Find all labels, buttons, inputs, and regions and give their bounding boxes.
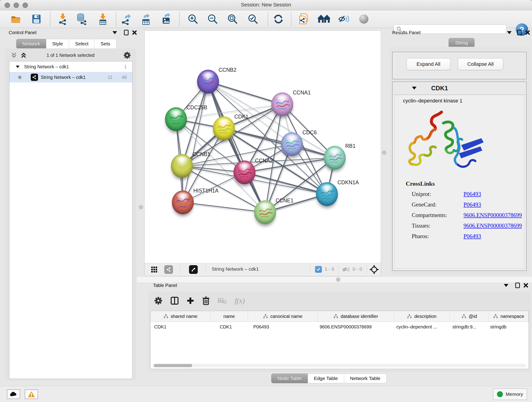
first-neighbors-button[interactable] bbox=[317, 13, 330, 26]
warnings-button[interactable] bbox=[25, 389, 38, 399]
tab-edge-table[interactable]: Edge Table bbox=[308, 374, 344, 383]
tab-node-table[interactable]: Node Table bbox=[271, 374, 308, 383]
crosslink-compartments[interactable]: 9606.ENSP00000378699 bbox=[463, 212, 522, 218]
collapse-all-button[interactable]: Collapse All bbox=[458, 58, 503, 70]
column-header-@id[interactable]: @id bbox=[450, 311, 489, 322]
collapse-panel-icon[interactable] bbox=[506, 30, 512, 36]
tab-network[interactable]: Network bbox=[16, 39, 46, 49]
fit-selection-crosshair-icon[interactable] bbox=[370, 265, 379, 274]
left-splitter-handle[interactable] bbox=[139, 205, 143, 209]
network-row[interactable]: String Network – cdk1 11 48 bbox=[9, 72, 132, 83]
export-network-button[interactable] bbox=[120, 13, 133, 26]
tab-select[interactable]: Select bbox=[69, 39, 95, 49]
memory-button[interactable]: Memory bbox=[493, 389, 527, 400]
crosslink-label-tissues: Tissues: bbox=[412, 223, 430, 229]
open-session-button[interactable] bbox=[10, 13, 22, 26]
column-header-description[interactable]: description bbox=[394, 311, 450, 322]
cell-canonical-name[interactable]: P06493 bbox=[248, 322, 318, 332]
column-header-namespace[interactable]: namespace bbox=[489, 311, 529, 322]
zoom-selected-button[interactable] bbox=[247, 13, 259, 26]
close-panel-icon[interactable] bbox=[132, 30, 138, 36]
copy-network-icon bbox=[298, 13, 309, 25]
close-panel-icon[interactable] bbox=[525, 30, 531, 36]
float-panel-icon[interactable] bbox=[515, 282, 520, 288]
scrollbar-thumb[interactable] bbox=[154, 364, 192, 367]
node-label-ccnb1: CCNB1 bbox=[192, 151, 210, 157]
column-header-database-identifier[interactable]: database identifier bbox=[317, 311, 394, 322]
import-network-icon bbox=[57, 13, 68, 25]
import-network-button[interactable] bbox=[56, 13, 69, 26]
collection-expander-icon[interactable] bbox=[16, 65, 19, 68]
export-image-button[interactable] bbox=[160, 13, 173, 26]
birdseye-view-icon[interactable] bbox=[189, 265, 198, 274]
gene-header[interactable]: CDK1 bbox=[393, 83, 526, 95]
node-cdk1[interactable] bbox=[213, 116, 235, 140]
crosslink-genecard[interactable]: P06493 bbox=[463, 201, 481, 208]
node-ccnb1[interactable] bbox=[171, 154, 193, 178]
zoom-out-button[interactable] bbox=[206, 13, 219, 26]
node-ccna1[interactable] bbox=[271, 92, 293, 116]
node-label-ccnb2: CCNB2 bbox=[219, 67, 236, 73]
cell-shared-name[interactable]: CDK1 bbox=[151, 322, 210, 332]
collapse-panel-icon[interactable] bbox=[503, 282, 509, 288]
crosslink-uniprot[interactable]: P06493 bbox=[463, 191, 481, 197]
network-options-gear-icon[interactable] bbox=[123, 51, 131, 59]
apply-preferred-layout-button[interactable] bbox=[272, 13, 285, 26]
node-rb1[interactable] bbox=[324, 146, 346, 170]
table-row[interactable]: CDK1CDK1P064939606.ENSP00000378699cyclin… bbox=[151, 322, 529, 332]
grid-view-icon[interactable] bbox=[151, 266, 157, 273]
node-ccnb2[interactable] bbox=[197, 70, 219, 94]
cell-name[interactable]: CDK1 bbox=[210, 322, 248, 332]
horizontal-splitter-handle[interactable] bbox=[336, 278, 340, 282]
import-network-from-database-button[interactable] bbox=[75, 13, 88, 26]
control-panel-body: 1 of 1 Network selected String Network –… bbox=[5, 48, 136, 381]
cell-description[interactable]: cyclin–dependent ... bbox=[394, 322, 450, 332]
add-column-icon[interactable] bbox=[186, 297, 194, 305]
horizontal-scrollbar[interactable] bbox=[153, 364, 526, 367]
right-splitter-handle[interactable] bbox=[382, 151, 386, 155]
collapse-panel-icon[interactable] bbox=[112, 30, 118, 36]
network-share-icon[interactable] bbox=[164, 265, 173, 274]
import-table-button[interactable] bbox=[96, 13, 109, 26]
hide-selected-button[interactable] bbox=[337, 13, 350, 26]
node-cdc6[interactable] bbox=[281, 132, 303, 156]
node-ccna2[interactable] bbox=[234, 160, 255, 184]
cell-@id[interactable]: stringdb:9... bbox=[450, 322, 489, 332]
delete-column-icon[interactable] bbox=[202, 296, 210, 305]
float-panel-icon[interactable] bbox=[123, 30, 129, 36]
crosslink-pharos[interactable]: P06493 bbox=[463, 233, 481, 240]
show-columns-icon[interactable] bbox=[171, 297, 179, 305]
node-ccne1[interactable] bbox=[254, 200, 276, 224]
gene-expander-icon[interactable] bbox=[412, 87, 417, 89]
tab-style[interactable]: Style bbox=[46, 39, 69, 49]
table-options-gear-icon[interactable] bbox=[154, 296, 163, 305]
crosslink-tissues[interactable]: 9606.ENSP00000378699 bbox=[463, 223, 522, 229]
column-header-name[interactable]: name bbox=[210, 311, 248, 322]
network-collection-row[interactable]: String Network – cdk1 1 bbox=[9, 61, 132, 72]
tab-string[interactable]: String bbox=[449, 38, 475, 48]
close-panel-icon[interactable] bbox=[523, 282, 529, 288]
column-header-shared-name[interactable]: shared name bbox=[151, 311, 210, 322]
control-panel-tabs: NetworkStyleSelectSets bbox=[17, 39, 116, 49]
horizontal-splitter[interactable] bbox=[137, 276, 532, 283]
node-hist1h1a[interactable] bbox=[172, 191, 194, 214]
tab-network-table[interactable]: Network Table bbox=[344, 374, 387, 383]
node-cdkn1a[interactable] bbox=[316, 182, 338, 206]
selected-nodes-checkbox[interactable] bbox=[315, 266, 322, 273]
toolbar-separator bbox=[179, 12, 180, 26]
cell-namespace[interactable]: stringdb bbox=[489, 322, 529, 332]
network-canvas[interactable]: CCNB2CCNA1CDC25BCDK1CDC6RB1CCNB1CCNA2CDK… bbox=[145, 31, 381, 263]
show-all-button[interactable] bbox=[357, 13, 370, 26]
tab-sets[interactable]: Sets bbox=[94, 39, 116, 49]
new-network-from-selection-button[interactable] bbox=[297, 13, 310, 26]
cloud-status-button[interactable] bbox=[7, 389, 20, 399]
zoom-in-button[interactable] bbox=[186, 13, 199, 26]
save-session-button[interactable] bbox=[30, 13, 43, 26]
export-table-button[interactable] bbox=[139, 13, 152, 26]
node-cdc25b[interactable] bbox=[165, 107, 187, 131]
float-panel-icon[interactable] bbox=[516, 30, 522, 36]
cell-database-identifier[interactable]: 9606.ENSP00000378699 bbox=[317, 322, 394, 332]
column-header-canonical-name[interactable]: canonical name bbox=[248, 311, 317, 322]
zoom-fit-button[interactable] bbox=[226, 13, 239, 26]
expand-all-button[interactable]: Expand All bbox=[406, 58, 450, 70]
